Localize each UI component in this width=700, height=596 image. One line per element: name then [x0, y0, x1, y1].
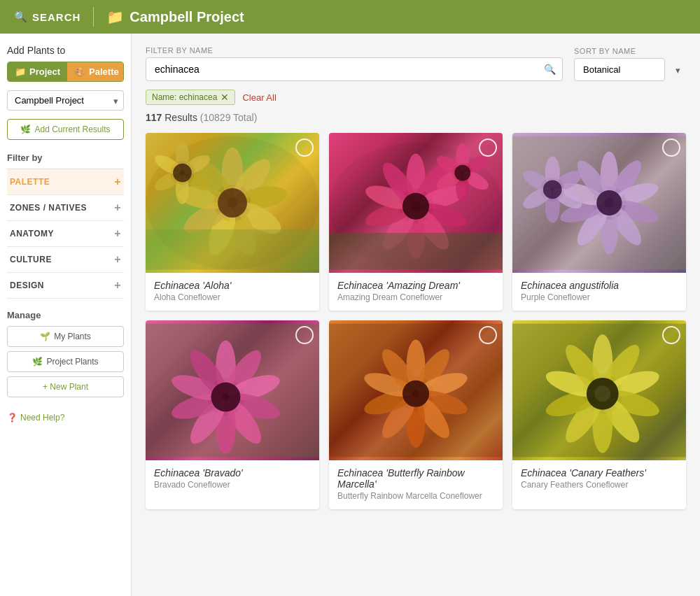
filter-anatomy[interactable]: ANATOMY +	[7, 221, 124, 247]
plant-image-1	[329, 133, 503, 273]
svg-rect-20	[146, 229, 319, 269]
select-circle-2[interactable]	[662, 139, 680, 157]
tab-project-label: Project	[29, 66, 60, 77]
add-current-results-button[interactable]: 🌿 Add Current Results	[7, 119, 124, 140]
palette-plus-icon: +	[114, 176, 121, 188]
plant-image-svg-5	[512, 320, 686, 460]
need-help-link[interactable]: ❓ Need Help?	[7, 413, 124, 423]
plant-card-4[interactable]: Echinacea 'Butterfly Rainbow Marcella' B…	[329, 320, 503, 509]
my-plants-button[interactable]: 🌱 My Plants	[7, 326, 124, 347]
svg-rect-42	[329, 233, 503, 269]
tab-palette[interactable]: 🎨 Palette	[67, 62, 124, 81]
filter-zones[interactable]: ZONES / NATIVES +	[7, 195, 124, 221]
culture-plus-icon: +	[114, 253, 121, 266]
my-plants-icon: 🌱	[40, 332, 50, 341]
project-plants-label: Project Plants	[46, 357, 98, 367]
svg-point-11	[218, 188, 247, 218]
plant-common-1: Amazing Dream Coneflower	[337, 292, 494, 302]
project-tab-icon: 📁	[15, 66, 26, 77]
plant-info-2: Echinacea angustifolia Purple Coneflower	[512, 273, 686, 311]
search-input[interactable]	[146, 57, 563, 81]
zones-plus-icon: +	[114, 201, 121, 214]
anatomy-plus-icon: +	[114, 227, 121, 240]
plant-info-3: Echinacea 'Bravado' Bravado Coneflower	[146, 460, 319, 498]
select-circle-4[interactable]	[479, 326, 497, 344]
plant-info-5: Echinacea 'Canary Feathers' Canary Feath…	[512, 460, 686, 498]
svg-point-19	[173, 164, 192, 183]
filter-by-name-label: FILTER BY NAME	[146, 46, 563, 55]
add-plants-label: Add Plants to	[7, 45, 124, 56]
results-number: 117	[146, 112, 162, 123]
sort-group: SORT BY NAME Botanical Common Family ▾	[574, 47, 686, 81]
search-input-icon: 🔍	[544, 64, 556, 75]
palette-tab-icon: 🎨	[74, 66, 85, 77]
project-name: Campbell Project	[130, 9, 244, 25]
need-help-label: Need Help?	[20, 413, 64, 423]
results-total: (10829 Total)	[200, 112, 257, 123]
plant-botanical-1: Echinacea 'Amazing Dream'	[337, 280, 494, 291]
plant-image-2	[512, 133, 686, 273]
search-button[interactable]: 🔍 SEARCH	[14, 10, 80, 23]
plant-botanical-5: Echinacea 'Canary Feathers'	[521, 467, 678, 478]
select-circle-0[interactable]	[295, 139, 314, 157]
plant-card-0[interactable]: Echinacea 'Aloha' Aloha Coneflower	[146, 133, 319, 311]
project-plants-icon: 🌿	[32, 357, 43, 367]
plant-common-0: Aloha Coneflower	[154, 292, 311, 302]
folder-icon: 📁	[106, 8, 124, 25]
tab-palette-label: Palette	[89, 66, 119, 77]
search-input-wrapper: 🔍	[146, 57, 563, 81]
plant-image-svg-1	[329, 133, 503, 273]
filter-design[interactable]: DESIGN +	[7, 273, 124, 299]
svg-point-33	[402, 193, 429, 220]
filter-palette[interactable]: PALETTE +	[7, 169, 124, 195]
sidebar-tabs: 📁 Project 🎨 Palette	[7, 62, 124, 82]
search-label: SEARCH	[32, 11, 80, 23]
design-plus-icon: +	[114, 279, 121, 292]
plant-info-1: Echinacea 'Amazing Dream' Amazing Dream …	[329, 273, 503, 311]
plant-common-4: Butterfly Rainbow Marcella Coneflower	[337, 491, 494, 501]
filter-zones-label: ZONES / NATIVES	[10, 203, 87, 213]
clear-all-link[interactable]: Clear All	[242, 92, 276, 103]
plant-common-2: Purple Coneflower	[521, 292, 678, 302]
new-plant-label: + New Plant	[43, 382, 88, 392]
plant-image-svg-3	[146, 320, 319, 460]
svg-point-103	[594, 385, 610, 402]
plant-grid: Echinacea 'Aloha' Aloha Coneflower	[146, 133, 686, 509]
filter-design-label: DESIGN	[10, 281, 44, 290]
plant-card-1[interactable]: Echinacea 'Amazing Dream' Amazing Dream …	[329, 133, 503, 311]
plant-info-4: Echinacea 'Butterfly Rainbow Marcella' B…	[329, 460, 503, 509]
sort-select-wrapper: Botanical Common Family ▾	[574, 58, 686, 81]
plant-card-3[interactable]: Echinacea 'Bravado' Bravado Coneflower	[146, 320, 319, 509]
manage-label: Manage	[7, 310, 124, 320]
content-area: FILTER BY NAME 🔍 SORT BY NAME Botanical …	[132, 34, 700, 596]
svg-point-63	[543, 180, 562, 199]
plant-card-5[interactable]: Echinacea 'Canary Feathers' Canary Feath…	[512, 320, 686, 509]
plant-image-0	[146, 133, 319, 273]
results-label: Results	[164, 112, 200, 123]
filter-tag-name: Name: echinacea ✕	[146, 90, 235, 105]
plant-botanical-2: Echinacea angustifolia	[521, 280, 678, 291]
filter-culture[interactable]: CULTURE +	[7, 247, 124, 273]
search-icon: 🔍	[14, 10, 28, 23]
svg-point-76	[211, 383, 240, 412]
header-divider	[93, 7, 94, 27]
plant-card-2[interactable]: Echinacea angustifolia Purple Coneflower	[512, 133, 686, 311]
new-plant-button[interactable]: + New Plant	[7, 376, 124, 397]
filter-tag-text: Name: echinacea	[152, 92, 217, 102]
tab-project[interactable]: 📁 Project	[8, 62, 67, 81]
filter-bar: FILTER BY NAME 🔍 SORT BY NAME Botanical …	[146, 46, 686, 81]
select-circle-5[interactable]	[662, 326, 680, 344]
results-count: 117 Results (10829 Total)	[146, 112, 686, 123]
plant-image-svg-4	[329, 320, 503, 460]
add-current-label: Add Current Results	[34, 125, 110, 134]
select-circle-1[interactable]	[479, 139, 497, 157]
filter-tag-close-icon[interactable]: ✕	[220, 92, 229, 102]
project-select[interactable]: Campbell Project	[7, 90, 124, 111]
filter-section: PALETTE + ZONES / NATIVES + ANATOMY + CU…	[7, 169, 124, 299]
project-plants-button[interactable]: 🌿 Project Plants	[7, 351, 124, 372]
plant-image-3	[146, 320, 319, 460]
sort-select[interactable]: Botanical Common Family	[574, 58, 665, 81]
select-circle-3[interactable]	[295, 326, 314, 344]
filter-name-group: FILTER BY NAME 🔍	[146, 46, 563, 81]
plant-common-3: Bravado Coneflower	[154, 480, 311, 490]
